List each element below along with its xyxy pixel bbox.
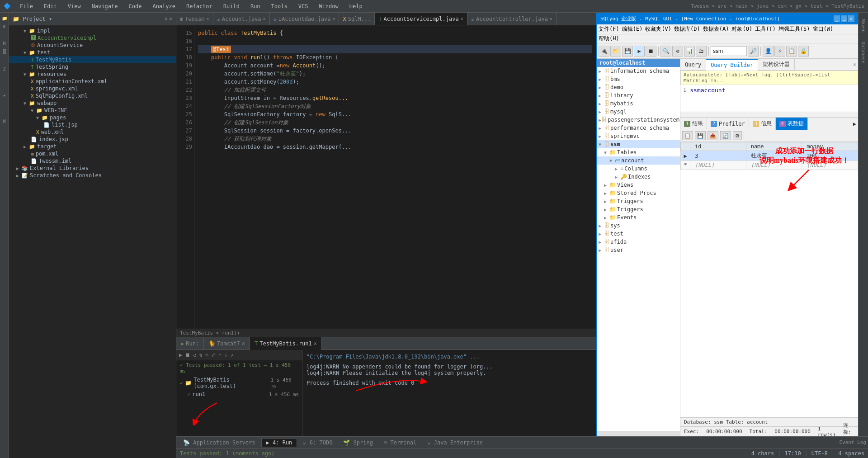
sq-db-springmvc[interactable]: ▶ 🗄 springmvc — [597, 132, 680, 140]
tab-account[interactable]: ☕ Account.java × — [213, 13, 270, 25]
run-play-btn[interactable]: ▶ — [178, 351, 183, 359]
run-external-btn[interactable]: ↗ — [229, 351, 234, 359]
sq-stored-procs[interactable]: ▶ 📁 Stored Procs — [597, 189, 680, 197]
sq-tree-hscroll[interactable] — [597, 431, 680, 436]
menu-edit[interactable]: Edit — [42, 2, 59, 10]
app-tab-spring[interactable]: 🌱 Spring — [338, 438, 378, 447]
sqlyog-result-content[interactable]: id name money ▶ 3 — [680, 142, 858, 417]
run-reload-btn[interactable]: ↺ — [192, 351, 197, 359]
favorites-icon[interactable]: ★ — [1, 91, 8, 99]
sq-tool-btn5[interactable]: 🔍 — [660, 46, 671, 57]
tab-twossm-close[interactable]: × — [207, 16, 209, 21]
sq-triggers[interactable]: ▶ 📁 Triggers — [597, 205, 680, 213]
tree-external-libs[interactable]: ▶ 📚 External Libraries — [9, 165, 176, 172]
sqlyog-menu-object[interactable]: 对象(O) — [731, 25, 752, 33]
sqlyog-menu-favorites[interactable]: 收藏夹(V) — [645, 25, 671, 33]
tree-resources[interactable]: ▼ 📁 resources — [9, 71, 176, 78]
tree-webxml[interactable]: X web.xml — [9, 128, 176, 136]
sq-query-text[interactable]: ssmaccount — [690, 87, 725, 110]
app-tab-todo[interactable]: ☑ 6: TODO — [298, 438, 337, 447]
sq-result-tab-info[interactable]: 3 信息 — [749, 118, 776, 130]
sq-db-mybatis[interactable]: ▶ 🗄 mybatis — [597, 99, 680, 108]
tab-testmybatis[interactable]: T AccountServiceImpl.java × — [375, 13, 467, 25]
tree-indexjsp[interactable]: 📄 index.jsp — [9, 136, 176, 143]
sq-tool-open[interactable]: 📁 — [610, 46, 621, 57]
tree-listjsp[interactable]: 📄 list.jsp — [9, 121, 176, 128]
menu-vcs[interactable]: VCS — [297, 2, 310, 10]
sq-tables-folder[interactable]: ▼ 📁 Tables — [597, 148, 680, 156]
sq-query-hscroll[interactable] — [680, 112, 858, 118]
sq-functions[interactable]: ▶ 📁 Triggers — [597, 197, 680, 205]
sqlyog-menu-enhance[interactable]: 增强工具(S) — [778, 25, 810, 33]
sq-th-id[interactable]: id — [690, 142, 746, 151]
sq-db-passenger[interactable]: ▶ 🗄 passengerstationsystem — [597, 116, 680, 124]
run-tab-run[interactable]: ▶ Run: — [176, 337, 204, 350]
sq-db-user[interactable]: ▶ 🗄 user — [597, 246, 680, 254]
tab-accountserviceimpl-close[interactable]: × — [461, 16, 463, 21]
sq-result-btn4[interactable]: 🔄 — [720, 131, 731, 140]
web-icon[interactable]: W — [1, 118, 8, 125]
tree-springmvc[interactable]: X springmvc.xml — [9, 85, 176, 92]
sqlyog-menu-tools[interactable]: 工具(T) — [755, 25, 776, 33]
menu-window[interactable]: Window — [317, 2, 340, 10]
sqlyog-minimize-btn[interactable]: _ — [834, 15, 840, 22]
sqlyog-search-input[interactable] — [711, 46, 747, 56]
tree-pages[interactable]: ▼ 📁 pages — [9, 114, 176, 121]
sq-db-info-schema[interactable]: ▶ 🗄 information_schema — [597, 67, 680, 75]
tab-sqlm[interactable]: X SqlM... — [339, 13, 375, 25]
sq-result-tab-tabledata[interactable]: 4 表数据 — [776, 118, 808, 130]
sq-db-mysql[interactable]: ▶ 🗄 mysql — [597, 108, 680, 116]
sq-tab-query[interactable]: Query — [680, 59, 706, 71]
run-expand-btn[interactable]: ⤢ — [210, 351, 217, 359]
project-sync-icon[interactable]: ⚙ — [165, 16, 168, 22]
sq-tool-search-btn[interactable]: 🔎 — [748, 46, 759, 57]
sq-tab-query-builder[interactable]: Query Builder — [706, 59, 758, 71]
tree-scratches[interactable]: ▶ 📝 Scratches and Consoles — [9, 172, 176, 179]
sqlyog-maximize-btn[interactable]: □ — [841, 15, 847, 22]
maven-icon[interactable]: M — [1, 40, 8, 47]
run-down-btn[interactable]: ↓ — [223, 351, 228, 359]
sq-tool-btn8[interactable]: 🗂 — [696, 46, 707, 57]
sq-tool-stop[interactable]: ⏹ — [646, 46, 656, 57]
sq-tab-close-btn[interactable]: × — [851, 61, 858, 68]
sq-tool-user[interactable]: 👤 — [763, 46, 774, 57]
sq-tool-save[interactable]: 💾 — [622, 46, 633, 57]
run-tab-testmybatis[interactable]: T TestMyBatis.run1 × — [250, 337, 322, 350]
sq-result-tab-profiler[interactable]: 2 Profiler — [707, 118, 749, 130]
sq-tool-new-conn[interactable]: 🔌 — [599, 46, 609, 57]
sq-result-btn1[interactable]: 📋 — [682, 131, 693, 140]
tab-twossm[interactable]: m Twossm × — [176, 13, 213, 25]
sqlyog-menu-table[interactable]: 数据表(A) — [703, 25, 729, 33]
tree-webapp[interactable]: ▼ 📁 webapp — [9, 99, 176, 107]
tab-accountcontroller-close[interactable]: × — [550, 16, 552, 21]
sq-events[interactable]: ▶ 📁 Events — [597, 213, 680, 222]
sq-row1-id[interactable]: 3 — [690, 151, 746, 161]
sq-tool-btn12[interactable]: 🔒 — [798, 46, 809, 57]
tree-sqlmapconfig[interactable]: X SqlMapConfig.xml — [9, 92, 176, 99]
menu-build[interactable]: Build — [222, 2, 241, 10]
tree-accountservice[interactable]: ① AccountService — [9, 42, 176, 49]
code-content[interactable]: public class TestMyBatis { @Test public … — [194, 25, 596, 329]
menu-run[interactable]: Run — [249, 2, 262, 10]
database-icon[interactable]: 🗄 — [1, 48, 8, 55]
sq-tool-btn11[interactable]: 📋 — [786, 46, 797, 57]
sqlyog-query-editor[interactable]: 1 ssmaccount — [680, 85, 858, 112]
sq-db-bms[interactable]: ▶ 🗄 bms — [597, 75, 680, 83]
run-sort-btn[interactable]: ⇅ — [198, 351, 203, 359]
tree-test-folder[interactable]: ▼ 📁 test — [9, 49, 176, 56]
sq-result-tab-results[interactable]: 1 结果 — [680, 118, 707, 130]
tree-appcontext[interactable]: X applicationContext.xml — [9, 78, 176, 85]
sq-table-account[interactable]: ▼ 🗃 account — [597, 156, 680, 165]
sq-result-tab-arrow[interactable]: ▶ — [851, 121, 858, 127]
sq-tool-run[interactable]: ▶ — [634, 46, 645, 57]
tree-webinf[interactable]: ▼ 📁 WEB-INF — [9, 107, 176, 114]
tree-iml[interactable]: 📄 Twossm.iml — [9, 157, 176, 165]
sq-indexes[interactable]: ▶ 🔑 Indexes — [597, 173, 680, 181]
sq-db-library[interactable]: ▶ 🗄 library — [597, 91, 680, 99]
menu-refactor[interactable]: Refactor — [184, 2, 214, 10]
sq-tool-btn6[interactable]: ⚙ — [672, 46, 683, 57]
menu-tools[interactable]: Tools — [269, 2, 289, 10]
tree-target[interactable]: ▶ 📁 target — [9, 143, 176, 150]
app-tab-run[interactable]: ▶ 4: Run — [261, 438, 297, 447]
sq-db-sys[interactable]: ▶ 🗄 sys — [597, 222, 680, 230]
